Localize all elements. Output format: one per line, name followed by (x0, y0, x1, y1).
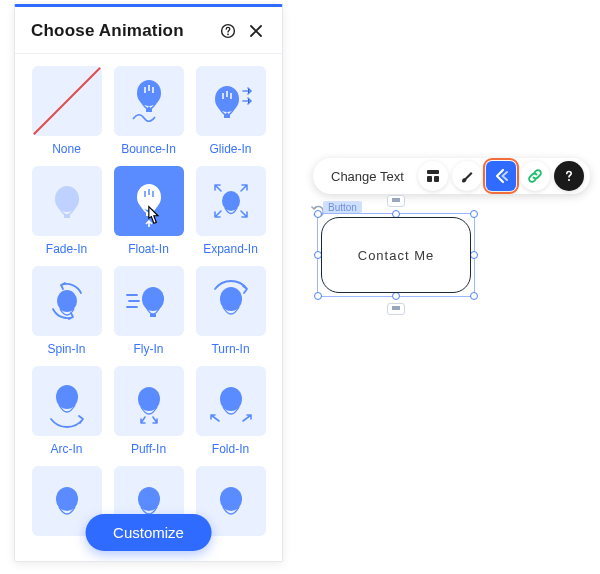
balloon-icon (220, 387, 242, 414)
resize-indicator-bottom[interactable] (387, 303, 405, 315)
anim-label: Arc-In (50, 442, 82, 456)
anim-label: Spin-In (47, 342, 85, 356)
balloon-icon (138, 387, 160, 414)
glide-arrows-icon (243, 88, 251, 104)
anim-option-glide-in[interactable]: Glide-In (194, 66, 268, 162)
canvas-button-element[interactable]: Contact Me (321, 217, 471, 293)
help-icon[interactable] (216, 19, 240, 43)
help-context-icon[interactable] (554, 161, 584, 191)
fold-arrows-icon (211, 415, 251, 421)
element-type-badge: Button (323, 201, 362, 213)
close-icon[interactable] (244, 19, 268, 43)
anim-label: Turn-In (211, 342, 249, 356)
anim-label: Fold-In (212, 442, 249, 456)
svg-point-24 (568, 179, 570, 181)
anim-label: Fade-In (46, 242, 87, 256)
balloon-icon (57, 290, 77, 315)
balloon-icon (55, 186, 79, 218)
anim-label: Puff-In (131, 442, 166, 456)
anim-label: None (52, 142, 81, 156)
balloon-icon (222, 191, 240, 214)
anim-option-turn-in[interactable]: Turn-In (194, 266, 268, 362)
animation-grid-scroll[interactable]: None Bounce-In (15, 54, 282, 561)
svg-rect-5 (224, 115, 230, 118)
resize-handle-bl[interactable] (314, 292, 322, 300)
resize-handle-tr[interactable] (470, 210, 478, 218)
svg-point-2 (137, 80, 161, 106)
svg-rect-13 (150, 314, 156, 317)
anim-thumb-expand-in (196, 166, 266, 236)
resize-handle-tl[interactable] (314, 210, 322, 218)
element-toolbar: Change Text (313, 158, 590, 194)
resize-handle-br[interactable] (470, 292, 478, 300)
panel-header: Choose Animation (15, 7, 282, 54)
anim-option-fly-in[interactable]: Fly-In (112, 266, 186, 362)
bounce-trail-icon (133, 115, 155, 122)
anim-option-fold-in[interactable]: Fold-In (194, 366, 268, 462)
anim-label: Bounce-In (121, 142, 176, 156)
balloon-icon (220, 287, 242, 314)
balloon-icon (215, 86, 239, 118)
resize-indicator-top[interactable] (387, 195, 405, 207)
anim-option-fade-in[interactable]: Fade-In (30, 166, 104, 262)
panel-title: Choose Animation (31, 21, 212, 41)
anim-option-float-in[interactable]: Float-In (112, 166, 186, 262)
svg-rect-22 (427, 176, 432, 182)
anim-thumb-bounce-in (114, 66, 184, 136)
svg-rect-7 (64, 215, 70, 218)
anim-thumb-glide-in (196, 66, 266, 136)
balloon-icon (137, 80, 161, 112)
svg-point-10 (222, 191, 240, 211)
anim-thumb-turn-in (196, 266, 266, 336)
anim-thumb-fly-in (114, 266, 184, 336)
svg-point-1 (227, 33, 229, 35)
anim-option-spin-in[interactable]: Spin-In (30, 266, 104, 362)
balloon-icon (56, 385, 78, 412)
arc-arrow-icon (51, 416, 83, 427)
none-line-icon (32, 66, 101, 135)
link-icon[interactable] (520, 161, 550, 191)
animation-icon[interactable] (486, 161, 516, 191)
resize-handle-mb[interactable] (392, 292, 400, 300)
svg-point-6 (55, 186, 79, 212)
anim-thumb-none (32, 66, 102, 136)
svg-point-11 (57, 290, 77, 312)
design-brush-icon[interactable] (452, 161, 482, 191)
anim-label: Expand-In (203, 242, 258, 256)
anim-thumb-arc-in (32, 366, 102, 436)
selected-element[interactable]: Button Contact Me (317, 213, 475, 297)
puff-arrows-icon (141, 417, 157, 423)
anim-thumb-spin-in (32, 266, 102, 336)
svg-rect-23 (434, 176, 439, 182)
anim-label: Glide-In (209, 142, 251, 156)
svg-point-12 (142, 287, 164, 311)
animation-grid: None Bounce-In (15, 54, 282, 546)
anim-thumb-puff-in (114, 366, 184, 436)
balloon-icon (142, 287, 164, 317)
resize-handle-mr[interactable] (470, 251, 478, 259)
anim-thumb-fold-in (196, 366, 266, 436)
anim-label: Float-In (128, 242, 169, 256)
change-text-button[interactable]: Change Text (321, 165, 414, 188)
anim-option-none[interactable]: None (30, 66, 104, 162)
canvas-button-text: Contact Me (358, 248, 434, 263)
anim-option-expand-in[interactable]: Expand-In (194, 166, 268, 262)
cursor-pointer-icon (143, 204, 163, 228)
anim-label: Fly-In (134, 342, 164, 356)
anim-option-arc-in[interactable]: Arc-In (30, 366, 104, 462)
fly-trails-icon (127, 295, 139, 307)
animation-panel: Choose Animation None (14, 4, 283, 562)
layout-icon[interactable] (418, 161, 448, 191)
anim-thumb-fade-in (32, 166, 102, 236)
customize-button[interactable]: Customize (85, 514, 212, 551)
svg-rect-3 (146, 109, 152, 112)
anim-option-puff-in[interactable]: Puff-In (112, 366, 186, 462)
svg-rect-21 (427, 170, 439, 174)
anim-option-bounce-in[interactable]: Bounce-In (112, 66, 186, 162)
anim-thumb-float-in (114, 166, 184, 236)
svg-point-4 (215, 86, 239, 112)
